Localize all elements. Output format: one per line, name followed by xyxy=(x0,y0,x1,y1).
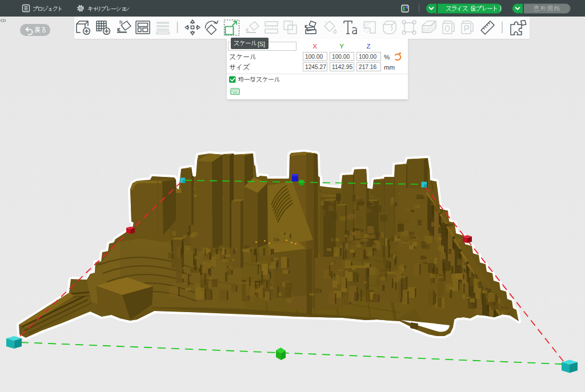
svg-text:%: % xyxy=(384,54,390,60)
svg-text:mm: mm xyxy=(384,64,395,71)
svg-text:1245.27: 1245.27 xyxy=(305,64,326,70)
svg-text:100.00: 100.00 xyxy=(359,54,376,60)
svg-text:217.16: 217.16 xyxy=(359,64,376,70)
svg-text:Y: Y xyxy=(339,43,344,50)
svg-text:X: X xyxy=(312,43,317,50)
svg-text:Z: Z xyxy=(366,43,370,50)
svg-text:100.00: 100.00 xyxy=(332,54,350,60)
svg-text:[S]: [S] xyxy=(258,41,265,47)
svg-text:100.00: 100.00 xyxy=(305,54,323,60)
svg-text:1142.95: 1142.95 xyxy=(332,64,352,70)
